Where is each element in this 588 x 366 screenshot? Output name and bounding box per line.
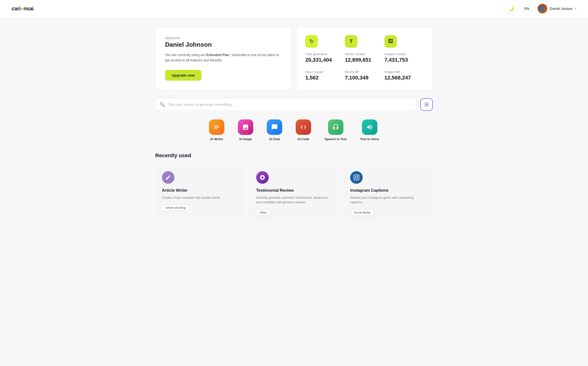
avatar: 👤 [538,4,547,14]
stat-images-left-label: Images left [384,70,424,74]
grid-icon: ⊞ [424,101,429,108]
testimonial-review-icon [256,171,269,184]
user-menu[interactable]: 👤 Daniel Jonson ▾ [538,4,576,14]
top-row: Welcome Daniel Johnson You are currently… [155,27,433,90]
upgrade-button[interactable]: Upgrade now [165,70,202,81]
article-writer-title: Article Writer [162,188,238,193]
language-label: EN [524,7,529,11]
welcome-card: Welcome Daniel Johnson You are currently… [155,27,292,90]
tool-speech-to-text[interactable]: Speech to Text [325,119,347,141]
stats-card: ↻ T 🖼 Total generated 20,331,404 Words c… [296,27,433,90]
text-to-voice-label: Text to Voice [360,137,379,141]
testimonial-review-tag[interactable]: Other [256,209,271,216]
stat-hours-saved: Hours saved 1,562 [305,70,345,81]
instagram-captions-title: Instagram Captions [350,188,426,193]
refresh-icon: ↻ [305,35,318,48]
ai-image-label: AI Image [239,137,252,141]
instagram-captions-tag[interactable]: Social Media [350,209,374,216]
stat-total-label: Total generated [305,52,345,56]
speech-to-text-icon [328,119,343,135]
instagram-captions-icon [350,171,363,184]
stat-words-created-label: Words created [345,52,384,56]
main-content: Welcome Daniel Johnson You are currently… [149,17,439,232]
stat-images-left: Images left 12,568,247 [384,70,424,81]
stats-icons: ↻ T 🖼 [305,35,424,48]
welcome-name: Daniel Johnson [165,41,282,48]
logo: carinsai [12,6,33,12]
ai-writer-label: AI Writer [210,137,223,141]
welcome-description: You are currently using our Extended Pla… [165,52,282,63]
recently-used-title: Recently used [155,152,433,159]
stat-icon-images: 🖼 [384,35,424,48]
tools-row: AI Writer AI Image AI Chat AI Code Speec [155,119,433,141]
search-wrapper: 🔍 [155,98,416,111]
tool-ai-chat[interactable]: AI Chat [267,119,282,141]
stat-icon-total: ↻ [305,35,345,48]
dark-mode-button[interactable]: 🌙 [506,4,516,14]
stat-images-created: Images created 7,431,753 [384,52,424,63]
tool-text-to-voice[interactable]: Text to Voice [360,119,379,141]
stat-images-left-value: 12,568,247 [384,75,424,81]
stat-words-left-label: Words left [345,70,384,74]
testimonial-review-desc: Instantly generate authentic testimonial… [256,195,332,205]
chevron-down-icon: ▾ [575,7,576,10]
image-icon: 🖼 [384,35,397,48]
tool-ai-image[interactable]: AI Image [238,119,253,141]
search-input[interactable] [155,98,416,111]
stat-words-created: Words created 12,899,651 [345,52,384,63]
search-icon: 🔍 [159,102,165,107]
article-writer-tag[interactable]: Article and Blog [162,205,189,211]
stat-words-left-value: 7,100,349 [345,75,384,81]
testimonial-review-card[interactable]: Testimonial Review Instantly generate au… [249,163,339,222]
tool-ai-writer[interactable]: AI Writer [209,119,224,141]
stat-total-value: 20,331,404 [305,57,345,63]
stat-hours-value: 1,562 [305,75,345,81]
stat-total-generated: Total generated 20,331,404 [305,52,345,63]
instagram-captions-desc: Elevate your Instagram game with captiva… [350,195,426,205]
username: Daniel Jonson [550,7,572,11]
article-writer-icon [162,171,174,184]
ai-code-label: AI Code [297,137,309,141]
recently-used-cards: Article Writer Create a fully complete h… [155,163,433,222]
article-writer-card[interactable]: Article Writer Create a fully complete h… [155,163,245,222]
stat-images-created-label: Images created [384,52,424,56]
stat-hours-label: Hours saved [305,70,345,74]
logo-dot [21,8,23,10]
ai-image-icon [238,119,253,135]
ai-code-icon [296,119,311,135]
grid-view-button[interactable]: ⊞ [420,98,433,111]
header-right: 🌙 EN 👤 Daniel Jonson ▾ [506,4,576,14]
instagram-captions-card[interactable]: Instagram Captions Elevate your Instagra… [343,163,433,222]
search-section: 🔍 ⊞ [155,98,433,111]
ai-writer-icon [209,119,224,135]
header: carinsai 🌙 EN 👤 Daniel Jonson ▾ [0,0,588,17]
welcome-label: Welcome [165,36,282,40]
article-writer-desc: Create a fully complete high quality art… [162,195,238,200]
moon-icon: 🌙 [509,6,514,11]
text-icon: T [345,35,357,48]
stat-images-created-value: 7,431,753 [384,57,424,63]
ai-chat-label: AI Chat [269,137,280,141]
text-to-voice-icon [362,119,377,135]
stats-grid: Total generated 20,331,404 Words created… [305,52,424,81]
stat-words-created-value: 12,899,651 [345,57,384,63]
plan-name: Extended Plan [206,53,229,57]
speech-to-text-label: Speech to Text [325,137,347,141]
stat-words-left: Words left 7,100,349 [345,70,384,81]
ai-chat-icon [267,119,282,135]
testimonial-review-title: Testimonial Review [256,188,332,193]
stat-icon-words: T [345,35,384,48]
tool-ai-code[interactable]: AI Code [296,119,311,141]
language-button[interactable]: EN [521,5,533,12]
